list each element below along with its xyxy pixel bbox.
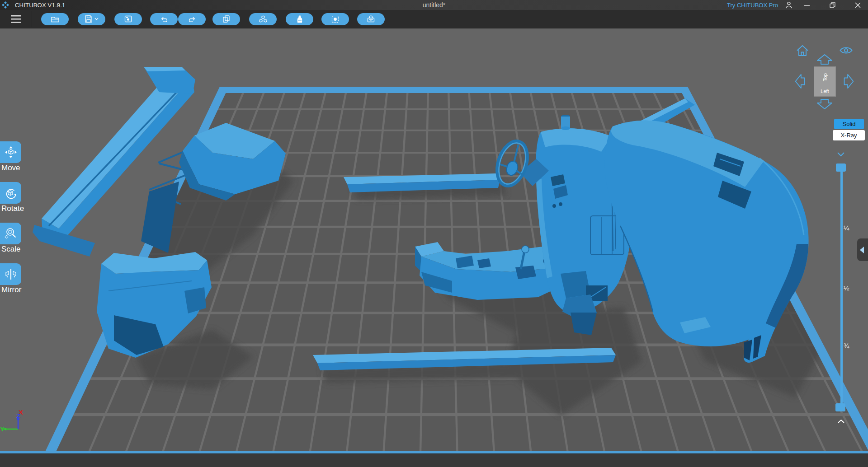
copy-button[interactable]	[212, 13, 240, 25]
viewport[interactable]: Move Rotate	[0, 28, 868, 453]
slider-mark-quarter: ¼	[844, 224, 849, 232]
view-cube-front-label: Left	[821, 89, 829, 94]
scene-3d[interactable]	[0, 28, 868, 453]
axis-indicator: X Y Z	[0, 406, 32, 434]
save-button[interactable]	[78, 13, 105, 25]
toolbar-divider	[32, 11, 32, 27]
cubes-icon	[259, 15, 267, 23]
close-icon	[855, 2, 861, 8]
app-title: CHITUBOX V1.9.1	[15, 2, 65, 9]
arrow-right-icon	[841, 74, 856, 89]
slider-mark-half: ½	[844, 284, 849, 292]
account-button[interactable]	[785, 0, 793, 10]
status-bar	[0, 453, 868, 467]
perspective-toggle-button[interactable]	[839, 45, 853, 57]
mirror-tool-label: Mirror	[0, 285, 24, 294]
hollow-button[interactable]	[286, 13, 313, 25]
mirror-icon	[5, 268, 17, 280]
chevron-down-icon	[94, 18, 99, 20]
document-title: untitled*	[423, 1, 446, 9]
layer-slider-upper-handle[interactable]	[836, 163, 846, 172]
title-bar: CHITUBOX V1.9.1 untitled* Try CHITUBOX P…	[0, 0, 868, 10]
render-mode-xray[interactable]: X-Ray	[833, 130, 865, 140]
slice-button[interactable]	[357, 13, 385, 25]
arrow-down-icon	[816, 98, 833, 110]
scale-icon	[5, 227, 17, 240]
axis-y-label: Y	[0, 425, 5, 433]
rotate-icon	[5, 187, 17, 199]
dot-square-icon	[331, 15, 339, 23]
hamburger-icon	[11, 15, 21, 23]
slider-mark-three-quarter: ¾	[844, 342, 849, 350]
slider-bottom-button[interactable]	[837, 417, 845, 425]
close-button[interactable]	[855, 0, 861, 10]
scale-tool-label: Scale	[0, 245, 24, 254]
arrow-up-icon	[816, 54, 833, 65]
menu-button[interactable]	[0, 15, 32, 23]
rotate-view-down-button[interactable]	[816, 98, 833, 110]
redo-button[interactable]	[178, 13, 206, 25]
minimize-icon	[803, 2, 810, 9]
screenshot-button[interactable]	[114, 13, 142, 25]
restore-button[interactable]	[829, 0, 836, 10]
person-icon	[785, 1, 793, 9]
arrow-left-icon	[793, 74, 808, 89]
layer-slider-track[interactable]	[840, 167, 843, 408]
floppy-icon	[85, 15, 92, 23]
app-logo-icon	[2, 1, 9, 9]
eye-icon	[839, 45, 853, 56]
home-view-button[interactable]	[796, 45, 809, 59]
view-cube-top-label: Top	[822, 73, 828, 81]
try-pro-link[interactable]: Try CHITUBOX Pro	[727, 2, 778, 9]
dig-hole-button[interactable]	[321, 13, 349, 25]
rotate-view-up-button[interactable]	[816, 54, 833, 65]
minimize-button[interactable]	[803, 0, 810, 10]
move-tool-label: Move	[0, 163, 24, 173]
left-tool-panel: Move Rotate	[0, 141, 24, 304]
open-file-button[interactable]	[41, 13, 69, 25]
scale-tool-button[interactable]	[0, 223, 21, 244]
printer-icon	[367, 15, 375, 23]
move-icon	[5, 146, 17, 159]
rotate-tool-button[interactable]	[0, 182, 21, 204]
main-toolbar	[0, 10, 868, 28]
restore-icon	[829, 2, 836, 9]
clipboard-icon	[223, 15, 230, 23]
folder-icon	[51, 16, 59, 23]
move-tool-button[interactable]	[0, 141, 21, 163]
chevron-up-icon	[837, 419, 845, 424]
rotate-view-right-button[interactable]	[841, 74, 856, 89]
redo-arrow-icon	[189, 16, 196, 23]
triangle-left-icon	[859, 246, 864, 254]
layer-slider-lower-handle[interactable]	[835, 403, 845, 411]
rotate-tool-label: Rotate	[0, 204, 24, 213]
undo-arrow-icon	[160, 16, 168, 23]
right-panel-expand-tab[interactable]	[857, 238, 868, 261]
home-icon	[796, 45, 809, 57]
undo-button[interactable]	[150, 13, 178, 25]
render-mode-solid[interactable]: Solid	[834, 119, 864, 129]
screenshot-frame-icon	[124, 15, 132, 23]
auto-arrange-button[interactable]	[249, 13, 277, 25]
slider-collapse-button[interactable]	[837, 150, 845, 159]
resin-bottle-icon	[297, 15, 302, 23]
chevron-down-icon	[837, 152, 845, 157]
axis-z-label: Z	[16, 412, 20, 420]
rotate-view-left-button[interactable]	[793, 74, 808, 89]
mirror-tool-button[interactable]	[0, 263, 21, 285]
view-cube[interactable]: Top Left	[814, 66, 836, 97]
